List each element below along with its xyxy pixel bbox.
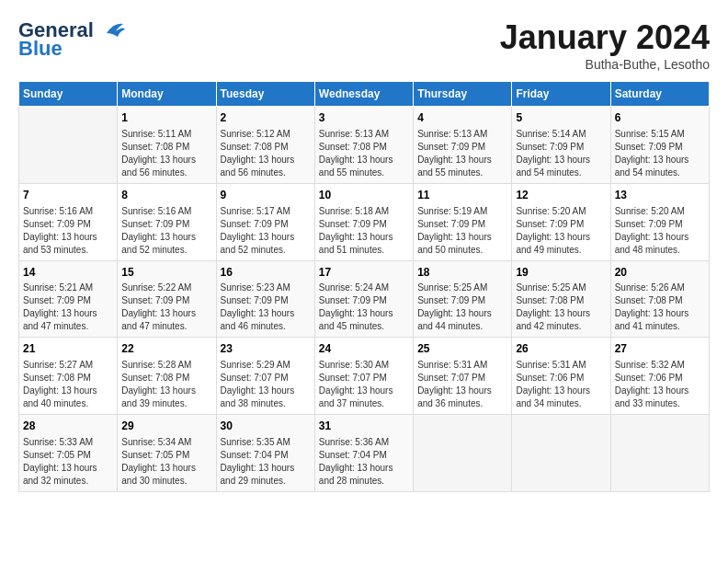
- calendar-cell: 16Sunrise: 5:23 AMSunset: 7:09 PMDayligh…: [216, 260, 314, 338]
- day-number: 3: [319, 110, 409, 126]
- day-number: 30: [221, 419, 311, 434]
- weekday-header-thursday: Thursday: [414, 82, 512, 107]
- calendar-week-1: 1Sunrise: 5:11 AMSunset: 7:08 PMDaylight…: [19, 107, 710, 184]
- calendar-cell: 22Sunrise: 5:28 AMSunset: 7:08 PMDayligh…: [118, 338, 216, 415]
- calendar-cell: 30Sunrise: 5:35 AMSunset: 7:04 PMDayligh…: [216, 415, 314, 492]
- day-number: 18: [417, 265, 507, 281]
- day-number: 15: [121, 265, 211, 281]
- calendar-cell: 29Sunrise: 5:34 AMSunset: 7:05 PMDayligh…: [118, 415, 216, 492]
- day-number: 16: [221, 265, 311, 281]
- day-info: Sunrise: 5:25 AMSunset: 7:09 PMDaylight:…: [417, 282, 507, 333]
- day-number: 19: [516, 265, 606, 281]
- calendar-cell: 26Sunrise: 5:31 AMSunset: 7:06 PMDayligh…: [512, 338, 610, 415]
- logo-bird-icon: [97, 20, 125, 40]
- calendar-cell: [512, 415, 610, 492]
- calendar-cell: 1Sunrise: 5:11 AMSunset: 7:08 PMDaylight…: [118, 107, 216, 184]
- day-number: 20: [615, 265, 705, 281]
- weekday-header-sunday: Sunday: [19, 82, 118, 107]
- day-info: Sunrise: 5:35 AMSunset: 7:04 PMDaylight:…: [221, 436, 311, 488]
- day-number: 9: [221, 188, 311, 203]
- day-number: 24: [319, 341, 409, 357]
- day-number: 4: [417, 110, 507, 126]
- day-info: Sunrise: 5:29 AMSunset: 7:07 PMDaylight:…: [221, 359, 311, 410]
- day-number: 26: [516, 341, 606, 357]
- calendar-cell: 17Sunrise: 5:24 AMSunset: 7:09 PMDayligh…: [314, 260, 413, 338]
- calendar-cell: 28Sunrise: 5:33 AMSunset: 7:05 PMDayligh…: [19, 415, 118, 492]
- calendar-cell: 9Sunrise: 5:17 AMSunset: 7:09 PMDaylight…: [216, 183, 314, 260]
- calendar-cell: 3Sunrise: 5:13 AMSunset: 7:08 PMDaylight…: [314, 107, 413, 184]
- calendar-cell: 7Sunrise: 5:16 AMSunset: 7:09 PMDaylight…: [19, 183, 118, 260]
- location: Butha-Buthe, Lesotho: [500, 57, 710, 72]
- day-number: 21: [23, 341, 113, 357]
- day-number: 13: [615, 188, 705, 203]
- day-number: 28: [23, 419, 113, 434]
- day-info: Sunrise: 5:34 AMSunset: 7:05 PMDaylight:…: [121, 436, 211, 488]
- calendar-cell: 19Sunrise: 5:25 AMSunset: 7:08 PMDayligh…: [512, 260, 610, 338]
- calendar-cell: 12Sunrise: 5:20 AMSunset: 7:09 PMDayligh…: [512, 183, 610, 260]
- logo-blue-text: Blue: [18, 37, 63, 61]
- calendar-table: SundayMondayTuesdayWednesdayThursdayFrid…: [18, 81, 710, 492]
- day-info: Sunrise: 5:16 AMSunset: 7:09 PMDaylight:…: [23, 205, 113, 257]
- day-info: Sunrise: 5:33 AMSunset: 7:05 PMDaylight:…: [23, 436, 113, 488]
- day-info: Sunrise: 5:25 AMSunset: 7:08 PMDaylight:…: [516, 282, 606, 333]
- calendar-cell: 11Sunrise: 5:19 AMSunset: 7:09 PMDayligh…: [414, 183, 512, 260]
- calendar-cell: 31Sunrise: 5:36 AMSunset: 7:04 PMDayligh…: [314, 415, 413, 492]
- day-info: Sunrise: 5:14 AMSunset: 7:09 PMDaylight:…: [516, 128, 606, 179]
- day-info: Sunrise: 5:36 AMSunset: 7:04 PMDaylight:…: [319, 436, 409, 488]
- calendar-cell: [414, 415, 512, 492]
- day-info: Sunrise: 5:24 AMSunset: 7:09 PMDaylight:…: [319, 282, 409, 333]
- title-block: January 2024 Butha-Buthe, Lesotho: [500, 18, 710, 72]
- weekday-header-wednesday: Wednesday: [314, 82, 413, 107]
- day-info: Sunrise: 5:22 AMSunset: 7:09 PMDaylight:…: [121, 282, 211, 333]
- calendar-week-4: 21Sunrise: 5:27 AMSunset: 7:08 PMDayligh…: [19, 338, 710, 415]
- day-info: Sunrise: 5:31 AMSunset: 7:07 PMDaylight:…: [417, 359, 507, 410]
- day-info: Sunrise: 5:12 AMSunset: 7:08 PMDaylight:…: [221, 128, 311, 179]
- weekday-header-saturday: Saturday: [610, 82, 709, 107]
- day-info: Sunrise: 5:13 AMSunset: 7:09 PMDaylight:…: [417, 128, 507, 179]
- calendar-cell: 20Sunrise: 5:26 AMSunset: 7:08 PMDayligh…: [610, 260, 709, 338]
- day-info: Sunrise: 5:11 AMSunset: 7:08 PMDaylight:…: [121, 128, 211, 179]
- day-number: 8: [121, 188, 211, 203]
- day-info: Sunrise: 5:23 AMSunset: 7:09 PMDaylight:…: [221, 282, 311, 333]
- weekday-header-monday: Monday: [118, 82, 216, 107]
- page-header: General Blue January 2024 Butha-Buthe, L…: [18, 18, 710, 72]
- calendar-cell: 27Sunrise: 5:32 AMSunset: 7:06 PMDayligh…: [610, 338, 709, 415]
- day-number: 25: [417, 341, 507, 357]
- day-info: Sunrise: 5:32 AMSunset: 7:06 PMDaylight:…: [615, 359, 705, 410]
- logo: General Blue: [18, 18, 125, 61]
- day-number: 27: [615, 341, 705, 357]
- calendar-cell: 14Sunrise: 5:21 AMSunset: 7:09 PMDayligh…: [19, 260, 118, 338]
- calendar-cell: 6Sunrise: 5:15 AMSunset: 7:09 PMDaylight…: [610, 107, 709, 184]
- weekday-header-friday: Friday: [512, 82, 610, 107]
- day-number: 12: [516, 188, 606, 203]
- calendar-cell: 21Sunrise: 5:27 AMSunset: 7:08 PMDayligh…: [19, 338, 118, 415]
- calendar-cell: 18Sunrise: 5:25 AMSunset: 7:09 PMDayligh…: [414, 260, 512, 338]
- calendar-week-2: 7Sunrise: 5:16 AMSunset: 7:09 PMDaylight…: [19, 183, 710, 260]
- calendar-cell: 2Sunrise: 5:12 AMSunset: 7:08 PMDaylight…: [216, 107, 314, 184]
- calendar-cell: [610, 415, 709, 492]
- day-number: 17: [319, 265, 409, 281]
- calendar-cell: 23Sunrise: 5:29 AMSunset: 7:07 PMDayligh…: [216, 338, 314, 415]
- calendar-cell: 25Sunrise: 5:31 AMSunset: 7:07 PMDayligh…: [414, 338, 512, 415]
- day-info: Sunrise: 5:28 AMSunset: 7:08 PMDaylight:…: [121, 359, 211, 410]
- day-info: Sunrise: 5:30 AMSunset: 7:07 PMDaylight:…: [319, 359, 409, 410]
- day-info: Sunrise: 5:18 AMSunset: 7:09 PMDaylight:…: [319, 205, 409, 257]
- day-number: 29: [121, 419, 211, 434]
- day-number: 10: [319, 188, 409, 203]
- day-info: Sunrise: 5:31 AMSunset: 7:06 PMDaylight:…: [516, 359, 606, 410]
- day-number: 6: [615, 110, 705, 126]
- day-number: 31: [319, 419, 409, 434]
- day-info: Sunrise: 5:15 AMSunset: 7:09 PMDaylight:…: [615, 128, 705, 179]
- day-info: Sunrise: 5:27 AMSunset: 7:08 PMDaylight:…: [23, 359, 113, 410]
- day-info: Sunrise: 5:13 AMSunset: 7:08 PMDaylight:…: [319, 128, 409, 179]
- calendar-cell: [19, 107, 118, 184]
- day-number: 7: [23, 188, 113, 203]
- day-number: 23: [221, 341, 311, 357]
- day-info: Sunrise: 5:19 AMSunset: 7:09 PMDaylight:…: [417, 205, 507, 257]
- day-number: 5: [516, 110, 606, 126]
- calendar-week-5: 28Sunrise: 5:33 AMSunset: 7:05 PMDayligh…: [19, 415, 710, 492]
- calendar-cell: 8Sunrise: 5:16 AMSunset: 7:09 PMDaylight…: [118, 183, 216, 260]
- calendar-cell: 15Sunrise: 5:22 AMSunset: 7:09 PMDayligh…: [118, 260, 216, 338]
- day-info: Sunrise: 5:21 AMSunset: 7:09 PMDaylight:…: [23, 282, 113, 333]
- calendar-cell: 10Sunrise: 5:18 AMSunset: 7:09 PMDayligh…: [314, 183, 413, 260]
